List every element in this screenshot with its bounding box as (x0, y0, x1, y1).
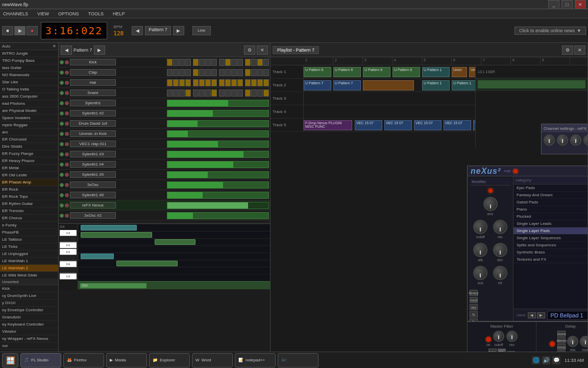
sidebar-item-2[interactable]: lass Guitar (0, 64, 58, 72)
playlist-close[interactable]: ✕ (574, 45, 585, 55)
step-toggle-sylenth1[interactable] (60, 101, 64, 105)
nexus-library-btn[interactable]: library (470, 290, 478, 296)
minimize-btn[interactable]: _ (548, 0, 559, 9)
step-toggle-hat[interactable] (60, 81, 64, 85)
maximize-btn[interactable]: □ (561, 0, 573, 9)
step-pad[interactable] (199, 89, 205, 97)
nexus-cat-synthetic[interactable]: Synthetic Brass (513, 249, 588, 256)
ch-pitch-knob[interactable] (570, 134, 581, 146)
step-label-snare[interactable]: Snare (70, 89, 116, 96)
playlist-block[interactable]: U Pattern 7 (304, 80, 331, 90)
playlist-block[interactable]: VEC 15 07 (444, 120, 471, 130)
nexus-cat-plucked[interactable]: Plucked (513, 213, 588, 220)
step-toggle-kick[interactable] (60, 60, 64, 64)
playlist-block[interactable]: VEC 15 07 (355, 120, 382, 130)
nexus-cat-piano[interactable]: Piano (513, 206, 588, 213)
piano-note[interactable] (155, 239, 195, 245)
step-pad[interactable] (263, 69, 269, 76)
start-btn[interactable]: 🪟 (2, 353, 18, 367)
sidebar-item-8[interactable]: are Physical Model (0, 107, 58, 114)
step-pad[interactable] (225, 79, 231, 86)
step-pad[interactable] (173, 69, 179, 76)
step-pad[interactable] (205, 69, 211, 76)
sidebar-item-3[interactable]: NO Rainwoods (0, 72, 58, 79)
step-pad[interactable] (193, 59, 199, 66)
step-pad[interactable] (199, 79, 205, 86)
step-label-ummer[interactable]: Ummer..in Kick (70, 130, 116, 137)
nexus-cat-textures[interactable]: Textures and FX (513, 256, 588, 263)
step-pad[interactable] (205, 89, 211, 97)
playlist-block[interactable]: U Pattern 6 (333, 67, 361, 77)
step-pad[interactable] (193, 79, 199, 86)
sidebar-item-gran[interactable]: Granulizer (0, 314, 58, 321)
ch-vol-knob[interactable] (544, 134, 555, 146)
step-pad[interactable] (245, 59, 251, 66)
step-pad[interactable] (263, 89, 269, 97)
menu-options[interactable]: OPTIONS (56, 11, 81, 17)
sidebar-item-env[interactable]: ey Envelope Controller (0, 307, 58, 314)
fx-delay-mix[interactable] (567, 336, 578, 347)
step-pad[interactable] (237, 89, 243, 97)
menu-view[interactable]: VIEW (35, 11, 51, 17)
sidebar-item-11[interactable]: aro (0, 129, 58, 136)
sidebar-item-6[interactable]: ass 2600 Computer (0, 93, 58, 100)
sidebar-item-9[interactable]: Space Invaders (0, 114, 58, 122)
record-btn[interactable]: ● (27, 26, 38, 35)
step-pad[interactable] (211, 89, 217, 97)
taskbar-app7[interactable]: 🎶 (278, 353, 318, 367)
sidebar-item-31[interactable]: LE Wild West Glide (0, 272, 58, 279)
step-pad[interactable] (225, 59, 231, 66)
nexus-cat-splits[interactable]: Splits and Sequences (513, 242, 588, 249)
step-pad[interactable] (251, 59, 257, 66)
taskbar-flstudio[interactable]: 🎵 FL Studio (20, 353, 61, 367)
step-seq-nav-prev[interactable]: ◀ (61, 45, 72, 55)
news-bar[interactable]: Click to enable online news ▼ (514, 27, 586, 35)
step-pad[interactable] (245, 69, 251, 76)
playlist-block[interactable]: VEC 15 07 (414, 120, 442, 130)
step-pad[interactable] (185, 79, 191, 86)
nexus-alk-knob[interactable] (473, 243, 487, 257)
step-toggle-snare[interactable] (60, 91, 64, 95)
step-toggle-sylenth6[interactable] (60, 193, 64, 197)
step-mute-ummer[interactable] (65, 132, 69, 136)
step-pad[interactable] (231, 79, 237, 86)
piano-note[interactable] (116, 261, 178, 266)
sidebar-item-30[interactable]: LE WahWah 2 (0, 265, 58, 272)
step-pad[interactable] (185, 59, 191, 66)
step-seq-settings[interactable]: ⚙ (244, 45, 255, 55)
nexus-cutoff-knob[interactable] (473, 220, 487, 234)
playlist-block[interactable]: VEC 15 07 (384, 120, 412, 130)
nexus-fx-btn[interactable]: fx (470, 311, 478, 317)
sidebar-item-25[interactable]: PhaseFB (0, 229, 58, 236)
stop-btn[interactable]: ■ (2, 26, 13, 35)
step-pad[interactable] (167, 59, 173, 66)
ch-fx-knob[interactable] (583, 134, 588, 146)
step-pad[interactable] (199, 69, 205, 76)
step-pad[interactable] (193, 69, 199, 76)
sidebar-item-7[interactable]: ead Photons (0, 100, 58, 107)
step-label-sylenth4[interactable]: Sylenth1 #4 (70, 161, 116, 168)
step-toggle-ummer[interactable] (60, 132, 64, 136)
step-pad[interactable] (173, 79, 179, 86)
step-pad[interactable] (263, 59, 269, 66)
step-seq-close[interactable]: ✕ (257, 45, 268, 55)
step-pad[interactable] (225, 69, 231, 76)
nexus-next-btn[interactable]: ▶ (537, 312, 545, 318)
step-mute-kick[interactable] (65, 60, 69, 64)
step-pad[interactable] (211, 79, 217, 86)
step-mute-nexus[interactable] (65, 203, 69, 208)
step-label-drum[interactable]: Drum David 1of (70, 120, 116, 127)
step-pad[interactable] (219, 59, 225, 66)
playlist-settings[interactable]: ⚙ (562, 45, 573, 55)
taskbar-notepad[interactable]: 📝 notepad++ (235, 353, 276, 367)
sidebar-item-0[interactable]: INTRO Jungle (0, 50, 58, 57)
playlist-block[interactable]: U Pattern 7 (333, 80, 361, 90)
sidebar-item-26[interactable]: LE Talkbox (0, 236, 58, 243)
step-pad[interactable] (167, 69, 173, 76)
step-pad[interactable] (231, 89, 237, 97)
taskbar-explorer[interactable]: 📁 Explorer (149, 353, 190, 367)
ch-pan-knob[interactable] (557, 134, 568, 146)
menu-channels[interactable]: CHANNELS (1, 11, 30, 17)
taskbar-media[interactable]: ▶ Media (106, 353, 147, 367)
step-label-kick[interactable]: Kick (70, 59, 116, 65)
